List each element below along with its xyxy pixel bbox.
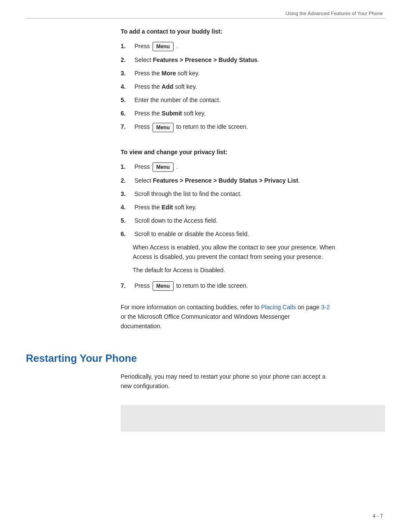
header-text: Using the Advanced Features of Your Phon… <box>286 11 383 16</box>
step-number: 1. <box>121 162 133 171</box>
step-content: Scroll through the list to find the cont… <box>134 190 242 199</box>
gray-note-box <box>121 405 385 432</box>
section2-step-4: 4. Press the Edit soft key. <box>121 203 385 212</box>
main-content: To add a contact to your buddy list: 1. … <box>26 28 385 432</box>
step-content: Scroll to enable or disable the Access f… <box>134 230 249 239</box>
section1-heading: To add a contact to your buddy list: <box>121 28 385 35</box>
menu-button: Menu <box>153 162 174 172</box>
step-content: Press Menu . <box>134 162 178 172</box>
step-content: Select Features > Presence > Buddy Statu… <box>134 56 259 65</box>
page-container: Using the Advanced Features of Your Phon… <box>0 0 411 532</box>
step-number: 7. <box>121 281 133 290</box>
step6-note: When Access is enabled, you allow the co… <box>133 243 385 261</box>
step-number: 5. <box>121 96 133 105</box>
step-content: Scroll down to the Access field. <box>134 216 218 225</box>
info-paragraph: For more information on contacting buddi… <box>121 303 385 331</box>
section1-step-6: 6. Press the Submit soft key. <box>121 109 385 118</box>
placing-calls-link[interactable]: Placing Calls <box>261 304 296 311</box>
menu-button: Menu <box>153 281 174 291</box>
page-number: 4 - 7 <box>373 513 383 519</box>
section2-step-1: 1. Press Menu . <box>121 162 385 172</box>
section2-step-3: 3. Scroll through the list to find the c… <box>121 190 385 199</box>
step-number: 6. <box>121 230 133 239</box>
bold-text: Edit <box>162 204 173 211</box>
section1-step-3: 3. Press the More soft key. <box>121 69 385 78</box>
section2-step-5: 5. Scroll down to the Access field. <box>121 216 385 225</box>
step-content: Enter the number of the contact. <box>134 96 221 105</box>
bold-text: Submit <box>162 110 182 117</box>
step-content: Press the Edit soft key. <box>134 203 196 212</box>
section2-step-2: 2. Select Features > Presence > Buddy St… <box>121 176 385 185</box>
section1-step-7: 7. Press Menu to return to the idle scre… <box>121 122 385 132</box>
bold-text: Features > Presence > Buddy Status > Pri… <box>153 177 298 184</box>
bold-text: Features > Presence > Buddy Status <box>153 56 258 63</box>
page-link[interactable]: 3-2 <box>321 304 330 311</box>
step6-default: The default for Access is Disabled. <box>133 266 385 275</box>
step-content: Press Menu . <box>134 42 178 51</box>
bold-text: More <box>162 70 176 77</box>
section1-step-5: 5. Enter the number of the contact. <box>121 96 385 105</box>
section2-steps: 1. Press Menu . 2. Select Features > Pre… <box>121 162 385 239</box>
step-number: 1. <box>121 42 133 51</box>
step-number: 3. <box>121 69 133 78</box>
step-content: Press the Add soft key. <box>134 82 197 91</box>
step-number: 6. <box>121 109 133 118</box>
section1-step-4: 4. Press the Add soft key. <box>121 82 385 91</box>
step-number: 4. <box>121 82 133 91</box>
step-content: Press the More soft key. <box>134 69 199 78</box>
step-content: Press the Submit soft key. <box>134 109 206 118</box>
section1-steps: 1. Press Menu . 2. Select Features > Pre… <box>121 42 385 132</box>
menu-button: Menu <box>153 42 174 51</box>
section2-step7-list: 7. Press Menu to return to the idle scre… <box>121 281 385 291</box>
header-rule <box>26 18 385 19</box>
step-number: 2. <box>121 176 133 185</box>
section2-step-7: 7. Press Menu to return to the idle scre… <box>121 281 385 291</box>
step-number: 2. <box>121 56 133 65</box>
section2-step-6: 6. Scroll to enable or disable the Acces… <box>121 230 385 239</box>
step-content: Press Menu to return to the idle screen. <box>134 122 248 132</box>
body-paragraph: Periodically, you may need to restart yo… <box>121 372 385 391</box>
step-number: 3. <box>121 190 133 199</box>
section1-step-1: 1. Press Menu . <box>121 42 385 51</box>
step-number: 4. <box>121 203 133 212</box>
section2-heading: To view and change your privacy list: <box>121 149 385 156</box>
step-content: Press Menu to return to the idle screen. <box>134 281 248 291</box>
section1-step-2: 2. Select Features > Presence > Buddy St… <box>121 56 385 65</box>
step-number: 5. <box>121 216 133 225</box>
menu-button: Menu <box>153 123 174 132</box>
step-number: 7. <box>121 122 133 131</box>
step-content: Select Features > Presence > Buddy Statu… <box>134 176 300 185</box>
bold-text: Add <box>162 83 173 90</box>
restarting-heading: Restarting Your Phone <box>26 352 385 364</box>
